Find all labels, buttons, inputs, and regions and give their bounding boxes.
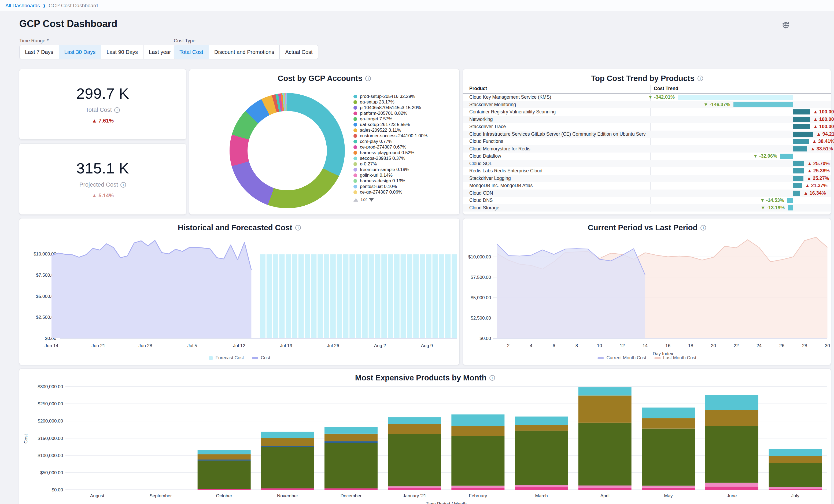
cost-type-discount-and-promotions[interactable]: Discount and Promotions [209, 45, 280, 59]
legend-item[interactable]: harness-playground 0.52% [353, 150, 457, 155]
svg-text:$2,500.00: $2,500.00 [470, 315, 491, 321]
legend-current-month-cost[interactable]: Current Month Cost [597, 355, 646, 360]
legend-item[interactable]: prod-setup-205416 32.29% [353, 94, 457, 99]
svg-text:$300,000.00: $300,000.00 [38, 384, 63, 389]
page-down-icon[interactable] [369, 198, 374, 202]
svg-text:January '21: January '21 [403, 493, 426, 498]
table-row[interactable]: Container Registry Vulnerability Scannin… [463, 108, 831, 116]
cost-type-actual-cost[interactable]: Actual Cost [280, 45, 318, 59]
table-row[interactable]: Cloud CDN▲ 16.34% [463, 190, 831, 197]
trend-value: ▼ -342.01% [648, 94, 675, 100]
page-up-icon[interactable] [353, 198, 358, 202]
legend-forecast-cost[interactable]: Forecast Cost [208, 355, 244, 360]
breadcrumb-current: GCP Cost Dashboard [48, 3, 97, 8]
trend-table-title: Top Cost Trend by Products [591, 74, 694, 83]
cost-by-gcp-accounts-panel: Cost by GCP Accounts i prod-setup-205416… [189, 69, 459, 215]
legend-item[interactable]: ccm-play 0.77% [353, 139, 457, 144]
svg-text:May: May [664, 493, 673, 498]
svg-text:24: 24 [756, 343, 762, 348]
breadcrumb-all-dashboards-link[interactable]: All Dashboards [5, 3, 40, 8]
trend-bar [787, 198, 793, 203]
table-row[interactable]: Cloud DNS▼ -14.53% [463, 197, 831, 204]
table-row[interactable]: Cloud Dataflow▼ -32.06% [463, 153, 831, 160]
legend-dot-icon [353, 173, 357, 177]
cost-trend-column-header: Cost Trend [654, 86, 678, 91]
svg-text:August: August [90, 493, 104, 498]
filter-button[interactable] [801, 21, 810, 30]
product-name: Redis Labs Redis Enterprise Cloud [469, 168, 646, 174]
donut-legend: prod-setup-205416 32.29%qa-setup 23.17%p… [353, 94, 457, 202]
historical-forecasted-panel: Historical and Forecasted Cost i $10,000… [19, 218, 459, 365]
legend-cost[interactable]: Cost [252, 355, 270, 360]
legend-item[interactable]: secops-239815 0.37% [353, 156, 457, 161]
time-range-last-7-days[interactable]: Last 7 Days [20, 45, 59, 59]
svg-text:2: 2 [507, 343, 509, 348]
table-row[interactable]: Cloud Memorystore for Redis▲ 33.51% [463, 145, 831, 153]
trend-value: ▲ 25.27% [807, 176, 829, 181]
table-row[interactable]: Redis Labs Redis Enterprise Cloud▲ 25.38… [463, 167, 831, 175]
projected-cost-card: 315.1 K Projected Cost i ▲ 5.14% [19, 144, 186, 215]
legend-item[interactable]: sales-209522 3.11% [353, 128, 457, 133]
legend-item[interactable]: uat-setup-261723 5.55% [353, 122, 457, 127]
svg-text:$50,000.00: $50,000.00 [40, 470, 63, 475]
legend-dot-icon [353, 100, 357, 104]
info-icon[interactable]: i [120, 182, 126, 188]
trend-bar [793, 176, 804, 181]
trend-bar [793, 183, 802, 188]
trend-bar [793, 139, 809, 144]
svg-text:$10,000.00: $10,000.00 [468, 255, 491, 260]
product-name: MongoDB Inc. MongoDB Atlas [469, 183, 646, 189]
legend-dot-icon [353, 179, 357, 183]
info-icon[interactable]: i [698, 75, 703, 81]
table-row[interactable]: Stackdriver Trace▲ 100.00% [463, 123, 831, 131]
trend-value: ▲ 94.21% [816, 131, 834, 137]
legend-dot-icon [353, 190, 357, 194]
legend-item[interactable]: harness-design 0.13% [353, 178, 457, 184]
svg-text:30: 30 [825, 343, 830, 348]
legend-item[interactable]: ce-prod-274307 0.67% [353, 145, 457, 150]
legend-dot-icon [353, 134, 357, 138]
legend-item[interactable]: freemium-sample 0.19% [353, 167, 457, 172]
projected-cost-label: Projected Cost [80, 181, 118, 188]
legend-item[interactable]: ø 0.27% [353, 161, 457, 167]
legend-item[interactable]: golink-url 0.14% [353, 173, 457, 178]
time-range-last-90-days[interactable]: Last 90 Days [101, 45, 144, 59]
info-icon[interactable]: i [114, 107, 120, 113]
product-name: Cloud SQL [469, 161, 646, 167]
trend-value: ▲ 100.00% [813, 124, 834, 130]
legend-last-month-cost[interactable]: Last Month Cost [654, 355, 697, 360]
table-row[interactable]: Stackdriver Monitoring▼ -146.37% [463, 101, 831, 109]
table-row[interactable]: Cloud Storage▼ -13.19% [463, 204, 831, 212]
time-range-last-year[interactable]: Last year [144, 45, 176, 59]
info-icon[interactable]: i [365, 75, 371, 81]
cost-type-label: Cost Type [174, 38, 196, 44]
legend-item[interactable]: platform-205701 8.82% [353, 111, 457, 116]
table-row[interactable]: Stackdriver Logging▲ 25.27% [463, 175, 831, 182]
table-row[interactable]: Cloud SQL▲ 25.70% [463, 160, 831, 168]
trend-bar [793, 132, 813, 137]
current-month-swatch-icon [597, 357, 604, 359]
legend-item[interactable]: qa-target 7.57% [353, 116, 457, 122]
legend-item[interactable]: customer-success-244100 1.00% [353, 133, 457, 138]
legend-item[interactable]: ce-qa-274307 0.06% [353, 190, 457, 195]
table-row[interactable]: Cloud Infrastructure Services GitLab Ser… [463, 131, 831, 138]
time-range-last-30-days[interactable]: Last 30 Days [59, 45, 101, 59]
svg-text:$150,000.00: $150,000.00 [38, 436, 63, 441]
total-cost-label: Total Cost [86, 106, 112, 113]
legend-item[interactable]: qa-setup 23.17% [353, 100, 457, 105]
legend-item[interactable]: pentest-uat 0.10% [353, 184, 457, 189]
table-row[interactable]: Cloud Functions▲ 38.41% [463, 138, 831, 145]
product-name: Container Registry Vulnerability Scannin… [469, 109, 646, 115]
svg-text:12: 12 [620, 343, 625, 348]
legend-item[interactable]: pr10406a87045145c3 15.20% [353, 105, 457, 110]
current-vs-last-period-panel: Current Period vs Last Period i $10,000.… [463, 218, 831, 365]
table-row[interactable]: MongoDB Inc. MongoDB Atlas▲ 21.37% [463, 182, 831, 190]
more-options-button[interactable] [820, 21, 829, 30]
trend-bar [793, 161, 804, 166]
product-name: Cloud Infrastructure Services GitLab Ser… [469, 131, 646, 137]
trend-value: ▲ 25.38% [807, 168, 830, 174]
svg-text:December: December [341, 493, 362, 498]
table-row[interactable]: Cloud Key Management Service (KMS)▼ -342… [463, 93, 831, 101]
table-row[interactable]: Networking▲ 100.00% [463, 116, 831, 123]
cost-type-total-cost[interactable]: Total Cost [174, 45, 209, 59]
